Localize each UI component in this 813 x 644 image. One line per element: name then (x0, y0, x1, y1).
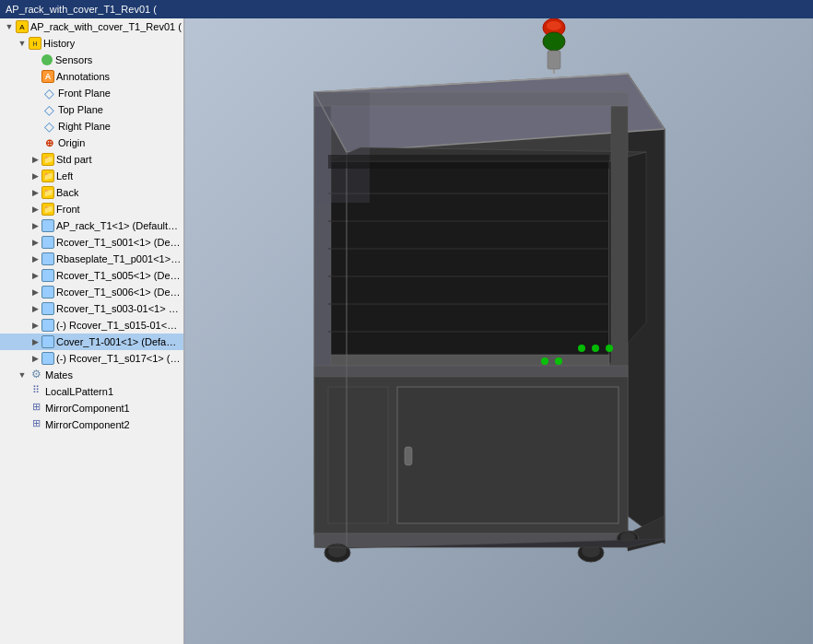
sensors-label: Sensors (55, 54, 92, 65)
cover-001-icon (41, 335, 54, 348)
rcover-s015-icon (41, 319, 54, 332)
mirror2-label: MirrorComponent2 (45, 419, 130, 430)
svg-point-21 (328, 544, 347, 557)
svg-point-30 (543, 32, 565, 51)
rcover6-expand: ▶ (29, 287, 41, 298)
tree-item-rcover1[interactable]: ▶ Rcover_T1_s001<1> (Default (0, 234, 183, 251)
origin-expand (29, 137, 41, 148)
rcover1-icon (41, 236, 54, 249)
cover-001-expand: ▶ (29, 336, 41, 347)
feature-tree-panel: ▼ A AP_rack_with_cover_T1_Rev01 ( ▼ H Hi… (0, 18, 184, 644)
history-expand: ▼ (17, 38, 28, 49)
tree-item-rcover-s003[interactable]: ▶ Rcover_T1_s003-01<1> (Defa (0, 300, 183, 317)
mirror1-expand (17, 403, 28, 414)
ap-rack-label: AP_rack_T1<1> (Default<Dis (56, 220, 182, 231)
3d-viewport[interactable] (184, 18, 813, 644)
history-label: History (43, 38, 75, 49)
tree-item-back[interactable]: ▶ 📁 Back (0, 184, 183, 201)
root-expand-icon: ▼ (4, 21, 15, 32)
left-icon: 📁 (41, 170, 54, 182)
mirror2-icon: ⊞ (29, 417, 43, 432)
rcover-s017-label: (-) Rcover_T1_s017<1> (Defa (56, 353, 182, 364)
tree-item-ap-rack[interactable]: ▶ AP_rack_T1<1> (Default<Dis (0, 217, 183, 234)
rcover-s003-expand: ▶ (29, 303, 41, 314)
tree-item-rcover-s017[interactable]: ▶ (-) Rcover_T1_s017<1> (Defa (0, 350, 183, 367)
top-plane-icon: ◇ (41, 102, 56, 117)
tree-item-mirror2[interactable]: ⊞ MirrorComponent2 (0, 416, 183, 433)
std-part-icon: 📁 (41, 153, 54, 166)
left-expand: ▶ (29, 170, 41, 181)
ap-rack-expand: ▶ (29, 220, 41, 231)
rcover5-label: Rcover_T1_s005<1> (Default (56, 270, 182, 281)
rcover-s003-label: Rcover_T1_s003-01<1> (Defa (56, 303, 182, 314)
tree-item-mates[interactable]: ▼ ⚙ Mates (0, 367, 183, 383)
rcover-s017-expand: ▶ (29, 353, 41, 364)
tree-root[interactable]: ▼ A AP_rack_with_cover_T1_Rev01 ( (0, 18, 183, 35)
svg-point-29 (547, 21, 561, 30)
cover-001-label: Cover_T1-001<1> (Default< (56, 336, 182, 347)
3d-model-svg (184, 18, 813, 644)
std-part-label: Std part (56, 154, 92, 165)
title-bar: AP_rack_with_cover_T1_Rev01 ( (0, 0, 813, 18)
tree-item-mirror1[interactable]: ⊞ MirrorComponent1 (0, 400, 183, 416)
right-plane-icon: ◇ (41, 119, 56, 134)
mates-label: Mates (45, 369, 73, 381)
back-expand: ▶ (29, 187, 41, 198)
front-icon: 📁 (41, 203, 54, 216)
front-label: Front (56, 204, 80, 215)
tree-item-rbaseplate[interactable]: ▶ Rbaseplate_T1_p001<1> (Def (0, 251, 183, 267)
rcover1-expand: ▶ (29, 237, 41, 248)
mates-icon: ⚙ (29, 368, 43, 382)
ap-rack-icon (41, 219, 54, 232)
rcover6-icon (41, 286, 54, 299)
origin-icon: ⊕ (41, 135, 56, 150)
local-pattern-icon: ⠿ (29, 384, 43, 399)
rbaseplate-icon (41, 252, 54, 265)
rcover-s017-icon (41, 352, 54, 365)
sensors-icon (41, 54, 53, 65)
svg-rect-51 (328, 155, 609, 169)
tree-item-top-plane[interactable]: ◇ Top Plane (0, 101, 183, 118)
tree-item-front-plane[interactable]: ◇ Front Plane (0, 85, 183, 101)
root-label: AP_rack_with_cover_T1_Rev01 ( (30, 21, 182, 32)
front-plane-icon: ◇ (41, 86, 56, 100)
rcover-s015-label: (-) Rcover_T1_s015-01<1> (D (56, 320, 182, 331)
tree-item-annotations[interactable]: A Annotations (0, 68, 183, 85)
rcover5-expand: ▶ (29, 270, 41, 281)
tree-item-history[interactable]: ▼ H History (0, 35, 183, 52)
tree-item-std-part[interactable]: ▶ 📁 Std part (0, 151, 183, 168)
right-plane-label: Right Plane (58, 121, 111, 132)
tree-item-cover-001[interactable]: ▶ Cover_T1-001<1> (Default< (0, 334, 183, 350)
tree-item-right-plane[interactable]: ◇ Right Plane (0, 118, 183, 135)
tree-item-left[interactable]: ▶ 📁 Left (0, 168, 183, 184)
rcover1-label: Rcover_T1_s001<1> (Default (56, 237, 182, 248)
mates-expand: ▼ (17, 369, 28, 381)
std-part-expand: ▶ (29, 154, 41, 165)
tree-item-rcover5[interactable]: ▶ Rcover_T1_s005<1> (Default (0, 267, 183, 284)
title-text: AP_rack_with_cover_T1_Rev01 ( (6, 4, 157, 15)
svg-rect-31 (548, 51, 560, 69)
top-plane-label: Top Plane (58, 104, 103, 115)
tree-item-front[interactable]: ▶ 📁 Front (0, 201, 183, 217)
rcover-s015-expand: ▶ (29, 320, 41, 331)
right-plane-expand (29, 121, 41, 132)
tree-item-origin[interactable]: ⊕ Origin (0, 135, 183, 151)
mirror1-label: MirrorComponent1 (45, 403, 130, 414)
top-plane-expand (29, 104, 41, 115)
mirror1-icon: ⊞ (29, 401, 43, 416)
tree-item-rcover-s015[interactable]: ▶ (-) Rcover_T1_s015-01<1> (D (0, 317, 183, 334)
root-icon: A (16, 20, 29, 33)
tree-item-sensors[interactable]: Sensors (0, 52, 183, 68)
front-expand: ▶ (29, 204, 41, 215)
annotations-label: Annotations (56, 71, 110, 82)
back-label: Back (56, 187, 78, 198)
sensors-expand (29, 54, 41, 65)
rcover6-label: Rcover_T1_s006<1> (Default (56, 287, 182, 298)
rcover-s003-icon (41, 302, 54, 315)
annotations-expand (29, 71, 41, 82)
tree-item-local-pattern[interactable]: ⠿ LocalLPattern1 (0, 383, 183, 400)
tree-item-rcover6[interactable]: ▶ Rcover_T1_s006<1> (Default (0, 284, 183, 300)
mirror2-expand (17, 419, 28, 430)
front-plane-label: Front Plane (58, 88, 111, 99)
back-icon: 📁 (41, 186, 54, 199)
